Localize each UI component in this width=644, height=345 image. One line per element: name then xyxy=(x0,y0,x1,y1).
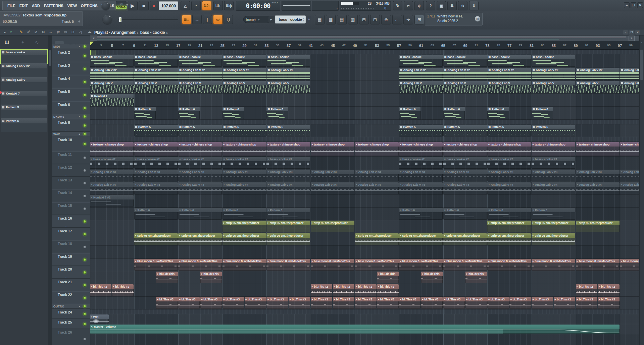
clip[interactable]: ▤Pattern 6 xyxy=(178,107,200,119)
clip[interactable]: ×bass - cookie #2 xyxy=(443,157,487,169)
breadcrumb-sub[interactable]: bass - cookie xyxy=(140,30,165,35)
clip[interactable]: ▸bl..This #3 xyxy=(311,297,332,309)
clip[interactable]: ▸bl..This #2 xyxy=(311,284,332,296)
group-led[interactable] xyxy=(83,115,86,118)
clip[interactable]: ×Pattern 6 xyxy=(266,208,310,220)
playlist-minimize-button[interactable]: – xyxy=(623,30,628,35)
collapse-icon[interactable]: ▲ xyxy=(78,133,81,135)
track-lane[interactable] xyxy=(90,314,639,324)
clip[interactable]: ▤Pattern 6 xyxy=(399,107,420,119)
clip[interactable]: ▸strip 95 cm..theproducer xyxy=(487,233,531,245)
slide-notes-button[interactable]: ∫ xyxy=(203,15,212,24)
clip[interactable]: ▸bl..This #3 xyxy=(289,297,310,309)
track-arm-led[interactable] xyxy=(83,67,86,70)
track-arm-led[interactable] xyxy=(83,245,86,248)
track-arm-led[interactable] xyxy=(83,142,86,146)
track-header-row[interactable]: Track 10... xyxy=(52,136,90,151)
snap-magnet-icon[interactable]: ∩ xyxy=(8,30,14,34)
clip[interactable]: ▸bl..This #2 xyxy=(576,284,597,296)
clip[interactable]: ×bass - cookie #2 xyxy=(90,157,134,169)
clip[interactable]: ×Pattern 6 xyxy=(443,208,487,220)
clip[interactable]: ▸blue moon 8..iveMadeThis xyxy=(134,259,178,271)
clip[interactable]: ▤Analog Lab V xyxy=(266,81,310,93)
clip[interactable]: ▤Pattern 5 xyxy=(134,125,178,136)
clip[interactable]: ∿Master - Volume xyxy=(90,325,620,334)
main-volume-knob[interactable] xyxy=(101,1,110,10)
clip[interactable]: ▤Pattern 5 xyxy=(222,125,266,136)
menu-view[interactable]: VIEW xyxy=(65,4,79,8)
time-display[interactable]: M:S:CS 0:00:00 xyxy=(236,1,280,11)
plugin-database-toggle[interactable]: ⊡ xyxy=(370,15,380,24)
track-header-row[interactable]: Track 24... xyxy=(52,309,90,319)
menu-patterns[interactable]: PATTERNS xyxy=(42,4,65,8)
track-group-header[interactable]: WAV▲ xyxy=(52,132,90,136)
clip[interactable]: ×Analog Lab V #4 xyxy=(443,182,487,194)
clip[interactable]: ▸blue moon 8..iveMadeThis xyxy=(532,259,575,271)
metronome-button[interactable]: △ xyxy=(181,1,190,10)
clip[interactable]: ▤Analog Lab V xyxy=(532,81,575,93)
vertical-scrollbar[interactable]: ^ xyxy=(639,36,644,345)
clip[interactable]: ▸texture - chinese shop xyxy=(266,142,310,156)
clip[interactable]: ▸bl..This #3 xyxy=(200,297,222,309)
track-header-row[interactable]: Track 8... xyxy=(52,119,90,132)
clip[interactable]: ×bass - cookie #2 xyxy=(134,157,178,169)
clip[interactable]: ▸bl..This #2 xyxy=(112,284,134,296)
clip[interactable]: ▸strip 95 cm..theproducer xyxy=(399,233,443,245)
clip[interactable]: ×Pattern 6 xyxy=(178,208,222,220)
channel-rack-toggle[interactable]: ▤ xyxy=(337,15,347,24)
pointer-toggle[interactable]: ➔ xyxy=(403,15,413,24)
clip[interactable]: ×Analog Lab V #3 xyxy=(90,170,134,181)
clip[interactable]: ×Analog Lab V #4 xyxy=(222,182,266,194)
clip[interactable]: ▸bl..This #3 xyxy=(554,297,575,309)
clip[interactable]: ×Analog Lab V #3 xyxy=(266,170,310,181)
clip[interactable]: ▤Pattern 5 xyxy=(443,125,487,136)
slip-tool-icon[interactable]: ⇄ xyxy=(55,30,61,34)
clip[interactable]: ▸texture - chinese shop xyxy=(399,142,443,156)
clip[interactable]: ×Analog Lab V #3 xyxy=(532,170,575,181)
clip[interactable]: ▸strip 95 cm..theproducer xyxy=(355,233,399,245)
clip[interactable]: ▸strip 95 cm..theproducer xyxy=(532,221,575,232)
group-led[interactable] xyxy=(83,45,86,48)
track-arm-led[interactable] xyxy=(83,107,86,110)
track-arm-led[interactable] xyxy=(83,169,86,172)
help-button[interactable]: ? xyxy=(426,1,435,10)
clip[interactable]: ▸strip 95 cm..theproducer xyxy=(222,221,266,232)
clip[interactable]: ×Analog Lab V #4 xyxy=(355,182,399,194)
vertical-scrollbar-thumb[interactable] xyxy=(640,50,643,80)
download-button[interactable]: ⇩ xyxy=(469,1,479,10)
track-header-row[interactable]: Track 14... xyxy=(52,189,90,202)
track-header-row[interactable]: Track 19... xyxy=(52,253,90,266)
stop-button[interactable]: ■ xyxy=(139,1,149,10)
clip[interactable]: ▤Pattern 6 xyxy=(134,107,156,119)
clip[interactable]: ▤Analog Lab V #2 xyxy=(134,68,178,80)
grid-overview-scrollbar[interactable]: < > xyxy=(90,36,639,41)
clip[interactable]: ×Analog Lab V #4 xyxy=(576,182,620,194)
clip[interactable]: ×Pattern 6 xyxy=(487,208,531,220)
monitor-knob[interactable] xyxy=(103,15,112,24)
shop-toggle[interactable]: ⊞ xyxy=(414,15,424,24)
clip[interactable]: ×Analog Lab V #3 xyxy=(399,170,443,181)
clip[interactable]: ×Analog Lab V #3 xyxy=(134,170,178,181)
paint-tool-icon[interactable]: ✐ xyxy=(26,30,32,34)
window-minimize-button[interactable]: – xyxy=(624,2,630,8)
clip[interactable]: ▸bl..This #2 xyxy=(377,284,398,296)
mixer-toggle[interactable]: ▥ xyxy=(348,15,358,24)
track-header-row[interactable]: Track 26... xyxy=(52,329,90,345)
sync-button[interactable]: ↻ xyxy=(393,1,402,10)
clip[interactable]: ▤Analog Lab V #2 xyxy=(399,68,443,80)
play-button[interactable]: ▶ xyxy=(128,1,138,10)
record-button[interactable]: ● xyxy=(150,1,158,10)
clip[interactable]: ▸blu..deThis xyxy=(156,272,178,283)
clip[interactable]: ▤Analog Lab V xyxy=(178,81,222,93)
clip[interactable]: ▤Analog Lab V #2 xyxy=(620,68,639,80)
clip[interactable]: ×bass - cookie #2 xyxy=(178,157,222,169)
track-arm-led[interactable] xyxy=(83,182,86,185)
clip[interactable]: ▸blue moon 8..iveMadeThis xyxy=(266,259,310,271)
playlist-close-button[interactable]: ✕ xyxy=(635,30,640,35)
track-arm-led[interactable] xyxy=(83,207,86,210)
clip[interactable]: ▤Analog Lab V xyxy=(620,81,639,93)
clip[interactable]: ▸texture - chinese shop xyxy=(134,142,178,156)
mute-tool-icon[interactable]: ⊗ xyxy=(40,30,46,34)
clip[interactable]: ▸strip 95 cm..theproducer xyxy=(443,233,487,245)
clip[interactable]: ▤Analog Lab V #2 xyxy=(178,68,222,80)
